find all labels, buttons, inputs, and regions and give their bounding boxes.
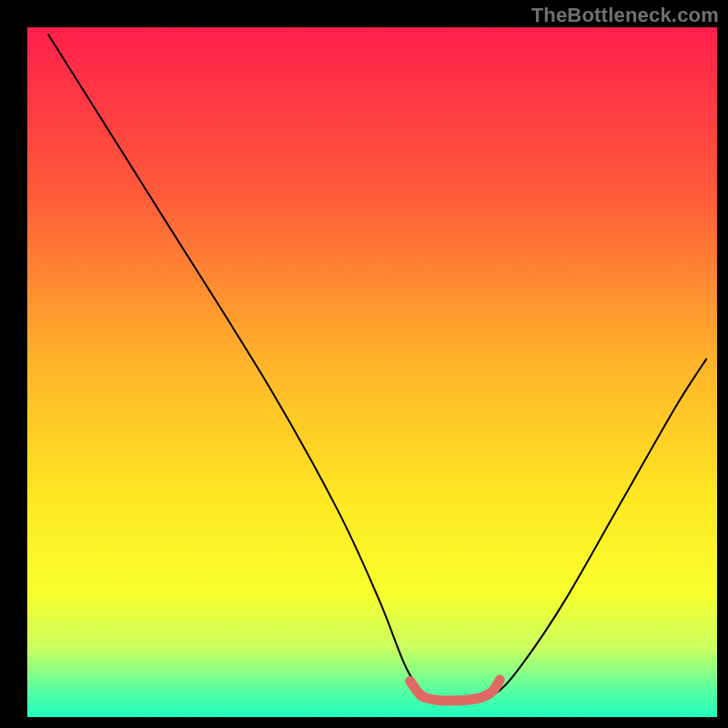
chart-background bbox=[27, 27, 717, 717]
bottleneck-curve-chart bbox=[0, 0, 728, 728]
chart-stage: TheBottleneck.com bbox=[0, 0, 728, 728]
watermark-text: TheBottleneck.com bbox=[531, 4, 719, 27]
